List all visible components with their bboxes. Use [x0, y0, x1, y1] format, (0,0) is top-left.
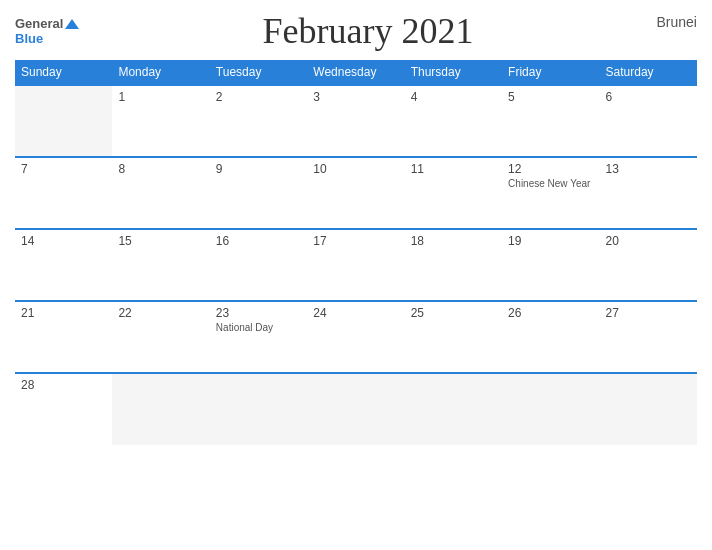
event-label: National Day — [216, 322, 301, 333]
day-cell-3-6: 27 — [600, 301, 697, 373]
day-number: 26 — [508, 306, 593, 320]
country-label: Brunei — [657, 14, 697, 30]
day-cell-2-1: 15 — [112, 229, 209, 301]
day-number: 11 — [411, 162, 496, 176]
calendar-table: Sunday Monday Tuesday Wednesday Thursday… — [15, 60, 697, 445]
calendar-title: February 2021 — [262, 10, 473, 52]
day-number: 3 — [313, 90, 398, 104]
day-number: 21 — [21, 306, 106, 320]
day-cell-3-4: 25 — [405, 301, 502, 373]
day-cell-4-0: 28 — [15, 373, 112, 445]
day-cell-2-6: 20 — [600, 229, 697, 301]
day-cell-1-6: 13 — [600, 157, 697, 229]
day-number: 16 — [216, 234, 301, 248]
logo-triangle-icon — [65, 19, 79, 29]
day-number: 12 — [508, 162, 593, 176]
day-cell-1-1: 8 — [112, 157, 209, 229]
day-number: 25 — [411, 306, 496, 320]
day-cell-1-4: 11 — [405, 157, 502, 229]
day-cell-1-3: 10 — [307, 157, 404, 229]
day-cell-4-4 — [405, 373, 502, 445]
logo: General Blue — [15, 16, 79, 46]
day-cell-2-3: 17 — [307, 229, 404, 301]
day-number: 4 — [411, 90, 496, 104]
day-cell-4-3 — [307, 373, 404, 445]
header-saturday: Saturday — [600, 60, 697, 85]
day-cell-4-6 — [600, 373, 697, 445]
day-number: 20 — [606, 234, 691, 248]
weekday-header-row: Sunday Monday Tuesday Wednesday Thursday… — [15, 60, 697, 85]
day-cell-1-0: 7 — [15, 157, 112, 229]
day-number: 2 — [216, 90, 301, 104]
day-number: 18 — [411, 234, 496, 248]
header-friday: Friday — [502, 60, 599, 85]
day-cell-4-2 — [210, 373, 307, 445]
week-row-4: 28 — [15, 373, 697, 445]
day-cell-0-0 — [15, 85, 112, 157]
day-cell-3-3: 24 — [307, 301, 404, 373]
day-cell-2-4: 18 — [405, 229, 502, 301]
day-cell-0-3: 3 — [307, 85, 404, 157]
logo-blue: Blue — [15, 31, 43, 46]
day-cell-0-6: 6 — [600, 85, 697, 157]
day-number: 13 — [606, 162, 691, 176]
day-number: 1 — [118, 90, 203, 104]
day-cell-0-1: 1 — [112, 85, 209, 157]
day-cell-3-5: 26 — [502, 301, 599, 373]
day-cell-1-5: 12Chinese New Year — [502, 157, 599, 229]
day-number: 15 — [118, 234, 203, 248]
week-row-3: 212223National Day24252627 — [15, 301, 697, 373]
day-number: 27 — [606, 306, 691, 320]
header-wednesday: Wednesday — [307, 60, 404, 85]
calendar-container: General Blue February 2021 Brunei Sunday… — [0, 0, 712, 550]
day-cell-0-5: 5 — [502, 85, 599, 157]
day-number: 7 — [21, 162, 106, 176]
day-number: 28 — [21, 378, 106, 392]
day-cell-2-2: 16 — [210, 229, 307, 301]
day-number: 19 — [508, 234, 593, 248]
week-row-2: 14151617181920 — [15, 229, 697, 301]
week-row-0: 123456 — [15, 85, 697, 157]
header-thursday: Thursday — [405, 60, 502, 85]
day-number: 23 — [216, 306, 301, 320]
day-number: 17 — [313, 234, 398, 248]
calendar-body: 123456789101112Chinese New Year131415161… — [15, 85, 697, 445]
day-cell-3-1: 22 — [112, 301, 209, 373]
event-label: Chinese New Year — [508, 178, 593, 189]
header-sunday: Sunday — [15, 60, 112, 85]
week-row-1: 789101112Chinese New Year13 — [15, 157, 697, 229]
day-number: 9 — [216, 162, 301, 176]
day-cell-3-2: 23National Day — [210, 301, 307, 373]
header-tuesday: Tuesday — [210, 60, 307, 85]
day-cell-2-0: 14 — [15, 229, 112, 301]
day-number: 8 — [118, 162, 203, 176]
day-number: 6 — [606, 90, 691, 104]
day-cell-2-5: 19 — [502, 229, 599, 301]
header: General Blue February 2021 Brunei — [15, 10, 697, 52]
day-number: 22 — [118, 306, 203, 320]
day-cell-0-4: 4 — [405, 85, 502, 157]
header-monday: Monday — [112, 60, 209, 85]
day-number: 24 — [313, 306, 398, 320]
day-number: 5 — [508, 90, 593, 104]
day-number: 10 — [313, 162, 398, 176]
day-number: 14 — [21, 234, 106, 248]
day-cell-4-5 — [502, 373, 599, 445]
day-cell-4-1 — [112, 373, 209, 445]
day-cell-0-2: 2 — [210, 85, 307, 157]
day-cell-3-0: 21 — [15, 301, 112, 373]
day-cell-1-2: 9 — [210, 157, 307, 229]
logo-general: General — [15, 16, 63, 31]
